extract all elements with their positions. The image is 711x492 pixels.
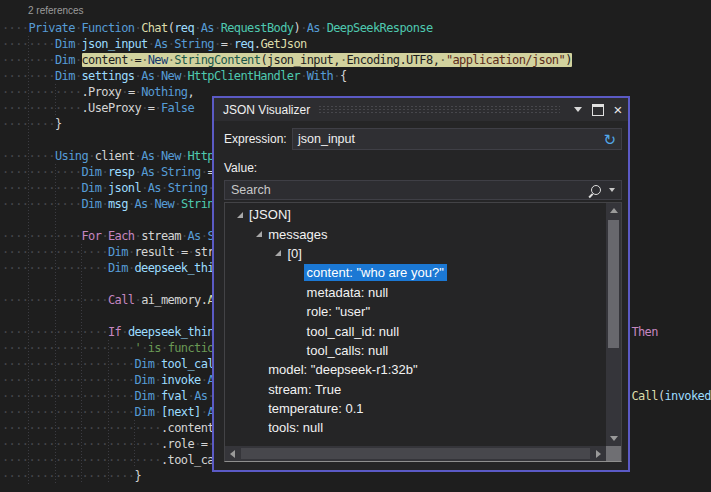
whitespace-dots: ···················· [2,469,135,483]
arrow-left-icon [230,450,235,458]
tree-node-label[interactable]: messages [265,226,330,243]
whitespace-dots: · [154,405,161,419]
tree-node[interactable]: tools: null [225,418,605,437]
tree-node[interactable]: model: "deepseek-r1:32b" [225,360,605,379]
refresh-icon[interactable]: ↻ [603,132,616,147]
scrollbar-corner [606,446,621,461]
scroll-down-button[interactable] [606,431,621,446]
tree-node-label[interactable]: stream: True [265,381,344,398]
whitespace-dots: · [75,21,82,35]
whitespace-dots: ···· [2,21,29,35]
search-icon[interactable] [591,185,601,195]
tree-node-label[interactable]: model: "deepseek-r1:32b" [265,361,420,378]
maximize-button[interactable] [588,98,608,121]
scroll-left-button[interactable] [225,446,240,461]
whitespace-dots: ···················· [2,405,135,419]
tree-node[interactable]: [JSON] [225,205,605,224]
whitespace-dots: · [333,69,340,83]
json-tree-panel: [JSON]messages[0]content: "who are you?"… [224,202,622,462]
whitespace-dots: ········ [2,69,55,83]
whitespace-dots: · [121,325,128,339]
whitespace-dots: ························ [2,453,161,467]
tree-node[interactable]: role: "user" [225,302,605,321]
whitespace-dots: ········ [2,149,55,163]
scroll-right-button[interactable] [591,446,606,461]
whitespace-dots: · [154,357,161,371]
whitespace-dots: · [141,181,148,195]
whitespace-dots: ················ [2,293,108,307]
whitespace-dots: · [101,165,108,179]
code-line[interactable]: ········Dim·content·=·New·StringContent(… [2,52,711,68]
search-input[interactable]: Search [224,180,622,200]
tree-expander-icon[interactable] [252,231,265,237]
json-tree: [JSON]messages[0]content: "who are you?"… [225,205,605,438]
vertical-scrollbar[interactable] [606,203,621,446]
tree-node[interactable]: messages [225,224,605,243]
scroll-up-button[interactable] [606,203,621,218]
tree-node-label[interactable]: tool_calls: null [304,342,392,359]
whitespace-dots: ········ [2,53,55,67]
tree-node[interactable]: tool_calls: null [225,341,605,360]
whitespace-dots: ···················· [2,373,135,387]
whitespace-dots: · [340,53,347,67]
search-placeholder: Search [231,183,591,197]
tree-node-label[interactable]: tools: null [265,419,326,436]
whitespace-dots: · [300,21,307,35]
tree-node-label[interactable]: temperature: 0.1 [265,400,366,417]
whitespace-dots: · [154,165,161,179]
code-line[interactable]: ····Private·Function·Chat(req·As·Request… [2,20,711,36]
whitespace-dots: · [300,69,307,83]
whitespace-dots: ···················· [2,389,135,403]
window-position-button[interactable] [568,98,588,121]
tree-node[interactable]: content: "who are you?" [225,263,605,282]
vertical-scrollbar-thumb[interactable] [608,220,619,348]
arrow-right-icon [596,450,601,458]
whitespace-dots: · [141,341,148,355]
whitespace-dots: · [154,389,161,403]
whitespace-dots: · [161,341,168,355]
whitespace-dots: ························ [2,437,161,451]
whitespace-dots: · [75,69,82,83]
whitespace-dots: · [121,85,128,99]
whitespace-dots: · [75,37,82,51]
tree-node-label[interactable]: metadata: null [304,284,392,301]
whitespace-dots: · [101,229,108,243]
whitespace-dots: · [101,181,108,195]
whitespace-dots: ············ [2,101,82,115]
code-line[interactable]: ········Dim·settings·As·New·HttpClientHa… [2,68,711,84]
tree-node[interactable]: tool_call_id: null [225,321,605,340]
whitespace-dots: · [214,37,221,51]
tree-expander-icon[interactable] [233,212,246,218]
tree-node-label[interactable]: role: "user" [304,303,373,320]
tree-node[interactable]: [0] [225,244,605,263]
whitespace-dots: · [128,245,135,259]
whitespace-dots: ················ [2,261,108,275]
tree-node[interactable]: metadata: null [225,283,605,302]
tree-expander-icon[interactable] [271,250,284,256]
whitespace-dots: ········ [2,37,55,51]
tree-node-label[interactable]: [JSON] [246,206,294,223]
codelens-references[interactable]: 2 references [28,5,84,16]
tree-node[interactable]: stream: True [225,380,605,399]
whitespace-dots: · [439,53,446,67]
close-button[interactable]: × [608,98,628,121]
tree-node[interactable]: temperature: 0.1 [225,399,605,418]
whitespace-dots: · [181,149,188,163]
tree-node-label-selected[interactable]: content: "who are you?" [304,264,447,281]
json-visualizer-dialog: JSON Visualizer × Expression: json_input… [212,96,630,472]
tree-node-label[interactable]: tool_call_id: null [304,323,403,340]
expression-input[interactable]: json_input ↻ [292,128,622,150]
vs-editor-screen: 2 references ····Private·Function·Chat(r… [0,0,711,492]
whitespace-dots: · [181,229,188,243]
whitespace-dots: · [174,197,181,211]
dialog-titlebar[interactable]: JSON Visualizer × [214,98,628,121]
whitespace-dots: · [154,69,161,83]
whitespace-dots: ············ [2,197,82,211]
horizontal-scrollbar[interactable] [225,446,606,461]
search-options-chevron-icon[interactable] [609,188,615,192]
tree-node-label[interactable]: [0] [284,245,304,262]
whitespace-dots: · [128,53,135,67]
code-line[interactable]: ········Dim·json_input·As·String·=·req.G… [2,36,711,52]
horizontal-scrollbar-thumb[interactable] [241,448,590,459]
whitespace-dots: ···················· [2,341,135,355]
